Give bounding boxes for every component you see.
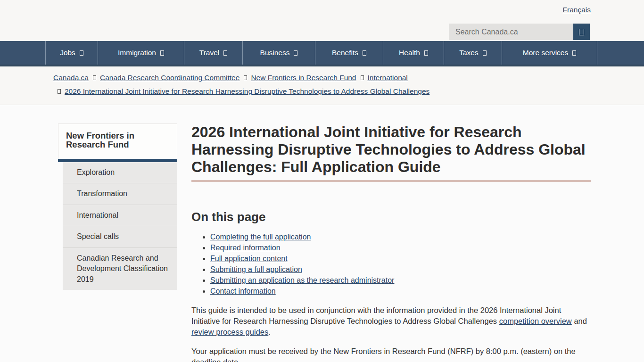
nav-item-label: More services [523, 49, 568, 57]
nav-spacer [597, 41, 644, 65]
site-search [449, 24, 590, 40]
section-menu-items: Exploration Transformation International… [63, 162, 177, 290]
section-menu: New Frontiers in Research Fund Explorati… [58, 123, 177, 290]
on-this-page-heading: On this page [191, 210, 591, 224]
breadcrumb-separator-icon [361, 75, 364, 80]
sidebar-item-exploration[interactable]: Exploration [63, 162, 177, 184]
intro-text: . [268, 328, 271, 336]
breadcrumb-link-current-page[interactable]: 2026 International Joint Initiative for … [65, 87, 429, 95]
on-this-page-list: Completing the full application Required… [210, 231, 591, 296]
search-button[interactable] [573, 24, 590, 40]
chevron-down-icon [572, 50, 576, 56]
nav-item-label: Travel [199, 49, 220, 57]
section-menu-divider [58, 159, 177, 162]
breadcrumb-separator-icon [244, 75, 247, 80]
nav-item-jobs[interactable]: Jobs [45, 41, 98, 65]
toc-link-submitting-admin[interactable]: Submitting an application as the researc… [210, 276, 394, 284]
breadcrumb-link-international[interactable]: International [368, 74, 408, 82]
chevron-down-icon [160, 50, 164, 56]
nav-item-label: Health [399, 49, 420, 57]
nav-item-travel[interactable]: Travel [184, 41, 242, 65]
nav-item-benefits[interactable]: Benefits [315, 41, 383, 65]
main-area: New Frontiers in Research Fund Explorati… [0, 105, 644, 362]
toc-link-content[interactable]: Full application content [210, 255, 288, 263]
nav-item-label: Immigration [118, 49, 156, 57]
search-icon [579, 29, 584, 35]
toc-link-required-info[interactable]: Required information [210, 244, 281, 252]
chevron-down-icon [483, 50, 487, 56]
chevron-down-icon [80, 50, 83, 56]
sidebar-item-transformation[interactable]: Transformation [63, 183, 177, 205]
breadcrumb: Canada.caCanada Research Coordinating Co… [53, 71, 459, 98]
toc-link-contact[interactable]: Contact information [210, 287, 276, 295]
intro-paragraph: This guide is intended to be used in con… [191, 305, 591, 337]
sidebar-item-crdc-2019[interactable]: Canadian Research and Development Classi… [63, 248, 177, 290]
nav-item-health[interactable]: Health [383, 41, 444, 65]
toc-item: Submitting a full application [210, 264, 591, 275]
nav-item-taxes[interactable]: Taxes [444, 41, 502, 65]
nav-item-business[interactable]: Business [242, 41, 315, 65]
toc-item: Required information [210, 242, 591, 253]
chevron-down-icon [223, 50, 227, 56]
deadline-paragraph: Your application must be received by the… [191, 346, 591, 362]
site-header: Français [0, 0, 644, 41]
nav-item-more-services[interactable]: More services [502, 41, 597, 65]
chevron-down-icon [363, 50, 366, 56]
toc-link-submitting[interactable]: Submitting a full application [210, 265, 302, 273]
competition-overview-link[interactable]: competition overview [499, 317, 572, 325]
main-navigation: Jobs Immigration Travel Business Benefit… [0, 41, 644, 66]
section-menu-title[interactable]: New Frontiers in Research Fund [58, 123, 177, 159]
nav-item-label: Benefits [332, 49, 358, 57]
nav-item-immigration[interactable]: Immigration [98, 41, 184, 65]
page-content: 2026 International Joint Initiative for … [191, 123, 591, 362]
breadcrumb-band: Canada.caCanada Research Coordinating Co… [0, 66, 644, 105]
nav-item-label: Taxes [459, 49, 479, 57]
nav-item-label: Business [260, 49, 290, 57]
toc-item: Submitting an application as the researc… [210, 275, 591, 286]
review-process-guides-link[interactable]: review process guides [191, 328, 268, 336]
page: Français Jobs Immigration Travel Busines… [0, 0, 644, 362]
page-title: 2026 International Joint Initiative for … [191, 123, 591, 181]
breadcrumb-link-crcc[interactable]: Canada Research Coordinating Committee [100, 74, 239, 82]
breadcrumb-separator-icon [93, 75, 96, 80]
toc-link-completing[interactable]: Completing the full application [210, 233, 311, 241]
intro-text: and [572, 317, 587, 325]
search-input[interactable] [449, 24, 573, 40]
nav-item-label: Jobs [60, 49, 75, 57]
toc-item: Contact information [210, 286, 591, 296]
chevron-down-icon [294, 50, 297, 56]
sidebar-item-special-calls[interactable]: Special calls [63, 226, 177, 248]
language-toggle-link[interactable]: Français [563, 6, 591, 14]
toc-item: Completing the full application [210, 231, 591, 242]
breadcrumb-link-canada[interactable]: Canada.ca [53, 74, 89, 82]
breadcrumb-link-nfrf[interactable]: New Frontiers in Research Fund [251, 74, 356, 82]
breadcrumb-separator-icon [58, 89, 61, 94]
toc-item: Full application content [210, 253, 591, 264]
chevron-down-icon [424, 50, 428, 56]
nav-spacer [0, 41, 45, 65]
sidebar-item-international[interactable]: International [63, 205, 177, 227]
